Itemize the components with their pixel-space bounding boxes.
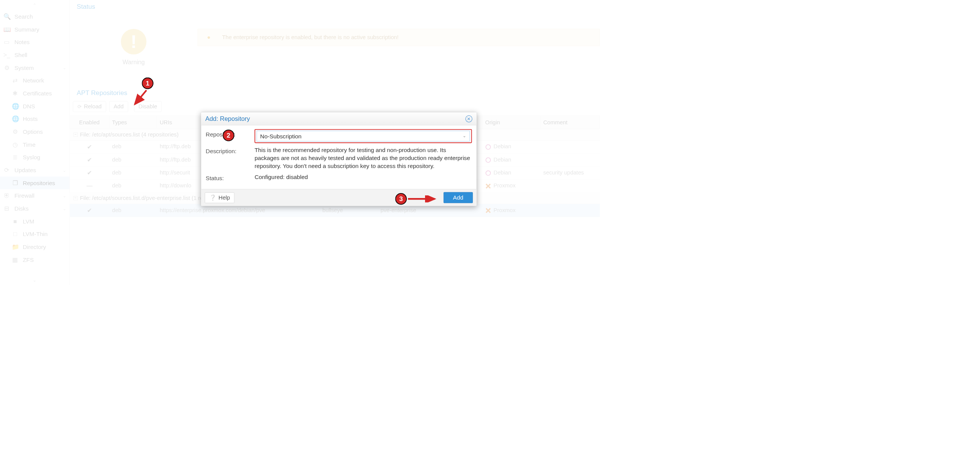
- sidebar-item-shell[interactable]: >_Shell: [0, 49, 70, 62]
- disk-icon: ⊟: [3, 205, 10, 212]
- sidebar-item-label: Shell: [14, 52, 27, 59]
- check-icon: ✔: [87, 169, 92, 176]
- add-button[interactable]: Add: [110, 101, 128, 112]
- sidebar-item-zfs[interactable]: ▦ZFS: [0, 253, 70, 266]
- arrow-1: [130, 88, 151, 109]
- repository-field-highlight: No-Subscription ⌄: [255, 129, 472, 143]
- callout-1: 1: [142, 78, 153, 89]
- search-icon: 🔍: [3, 13, 10, 20]
- sidebar-item-search[interactable]: 🔍Search: [0, 10, 70, 23]
- arrow-3: [408, 195, 438, 202]
- add-repository-dialog: Add: Repository ✕ Repository: No-Subscri…: [201, 112, 477, 206]
- description-value: This is the recommended repository for t…: [255, 146, 472, 170]
- collapse-icon: −: [73, 196, 78, 200]
- globe-icon: 🌐: [12, 116, 19, 123]
- callout-2: 2: [223, 129, 234, 141]
- sidebar-item-label: Time: [23, 141, 35, 148]
- sidebar-item-certificates[interactable]: ✱Certificates: [0, 87, 70, 100]
- chevron-down-icon: ⌄: [63, 168, 66, 172]
- description-label: Description:: [206, 146, 255, 155]
- files-icon: ❐: [12, 179, 19, 187]
- debian-icon: [485, 157, 491, 163]
- col-comment[interactable]: Comment: [541, 116, 600, 129]
- sidebar-item-hosts[interactable]: 🌐Hosts: [0, 113, 70, 125]
- sidebar-item-label: Options: [23, 128, 43, 135]
- svg-line-3: [135, 90, 146, 104]
- certificate-icon: ✱: [12, 90, 19, 97]
- list-icon: ≣: [12, 154, 19, 161]
- sidebar: ⌃ 🔍Search📖Summary▭Notes>_Shell⚙System⌄⇄N…: [0, 0, 70, 285]
- sidebar-item-directory[interactable]: 📁Directory: [0, 241, 70, 254]
- close-icon[interactable]: ✕: [465, 115, 472, 122]
- svg-point-1: [486, 158, 490, 162]
- debian-icon: [485, 144, 491, 150]
- sidebar-item-notes[interactable]: ▭Notes: [0, 36, 70, 49]
- dash-icon: —: [87, 182, 93, 189]
- warning-banner-text: The enterprise repository is enabled, bu…: [222, 34, 399, 41]
- exclamation-icon: ●: [207, 34, 210, 41]
- status-label: Warning: [70, 59, 198, 66]
- refresh-icon: ⟳: [78, 104, 82, 110]
- square-icon: ■: [12, 218, 19, 225]
- sidebar-item-time[interactable]: ◷Time: [0, 138, 70, 151]
- globe-icon: 🌐: [12, 103, 19, 110]
- sidebar-item-label: Network: [23, 77, 44, 84]
- sidebar-item-label: Certificates: [23, 90, 52, 97]
- terminal-icon: >_: [3, 51, 10, 59]
- network-icon: ⇄: [12, 77, 19, 85]
- chevron-down-icon: ⌄: [63, 206, 66, 211]
- sidebar-item-system[interactable]: ⚙System⌄: [0, 62, 70, 75]
- repository-value: No-Subscription: [260, 132, 302, 140]
- sidebar-item-label: Notes: [14, 39, 30, 46]
- warning-banner: ● The enterprise repository is enabled, …: [197, 29, 600, 46]
- check-icon: ✔: [87, 143, 92, 150]
- refresh-icon: ⟳: [3, 166, 10, 174]
- sidebar-item-label: LVM: [23, 218, 34, 225]
- gear-icon: ⚙: [12, 128, 19, 135]
- callout-3: 3: [395, 193, 407, 205]
- proxmox-icon: [485, 183, 491, 189]
- gear-icon: ⚙: [3, 64, 10, 72]
- sidebar-item-repositories[interactable]: ❐Repositories: [0, 177, 70, 190]
- sidebar-item-label: System: [14, 65, 34, 72]
- sidebar-item-label: Updates: [14, 167, 36, 174]
- sidebar-item-firewall[interactable]: ⛨Firewall⌄: [0, 189, 70, 202]
- sidebar-item-lvm-thin[interactable]: □LVM-Thin: [0, 228, 70, 241]
- square-outline-icon: □: [12, 230, 19, 238]
- sidebar-item-label: Directory: [23, 244, 46, 251]
- sidebar-item-label: Search: [14, 13, 33, 20]
- sidebar-item-network[interactable]: ⇄Network: [0, 74, 70, 87]
- col-origin[interactable]: Origin: [482, 116, 541, 129]
- help-button[interactable]: ❔ Help: [205, 192, 234, 203]
- check-icon: ✔: [87, 156, 92, 163]
- check-icon: ✔: [87, 207, 92, 214]
- sidebar-item-summary[interactable]: 📖Summary: [0, 23, 70, 36]
- scroll-up-chevron[interactable]: ⌃: [0, 0, 70, 10]
- sidebar-item-dns[interactable]: 🌐DNS: [0, 100, 70, 113]
- sidebar-item-options[interactable]: ⚙Options: [0, 125, 70, 138]
- svg-point-2: [486, 171, 490, 175]
- clock-icon: ◷: [12, 141, 19, 148]
- dialog-add-button[interactable]: Add: [443, 192, 473, 203]
- sidebar-item-syslog[interactable]: ≣Syslog: [0, 151, 70, 164]
- grid-icon: ▦: [12, 256, 19, 263]
- svg-point-0: [486, 144, 490, 149]
- repository-combo[interactable]: No-Subscription ⌄: [257, 131, 470, 141]
- folder-icon: 📁: [12, 243, 19, 251]
- reload-button[interactable]: ⟳Reload: [73, 101, 106, 112]
- sidebar-item-disks[interactable]: ⊟Disks⌄: [0, 202, 70, 215]
- sidebar-item-label: ZFS: [23, 256, 34, 263]
- status-field-value: Configured: disabled: [255, 173, 472, 181]
- col-enabled[interactable]: Enabled: [70, 116, 110, 129]
- note-icon: ▭: [3, 39, 10, 46]
- status-field-label: Status:: [206, 173, 255, 182]
- scroll-down-chevron[interactable]: ⌄: [0, 275, 70, 285]
- col-types[interactable]: Types: [110, 116, 157, 129]
- sidebar-item-label: Disks: [14, 205, 29, 212]
- sidebar-item-label: Syslog: [23, 154, 40, 161]
- warning-icon: !: [121, 29, 146, 54]
- sidebar-item-label: DNS: [23, 103, 35, 110]
- sidebar-item-lvm[interactable]: ■LVM: [0, 215, 70, 228]
- sidebar-item-label: Firewall: [14, 192, 35, 199]
- sidebar-item-updates[interactable]: ⟳Updates⌄: [0, 164, 70, 177]
